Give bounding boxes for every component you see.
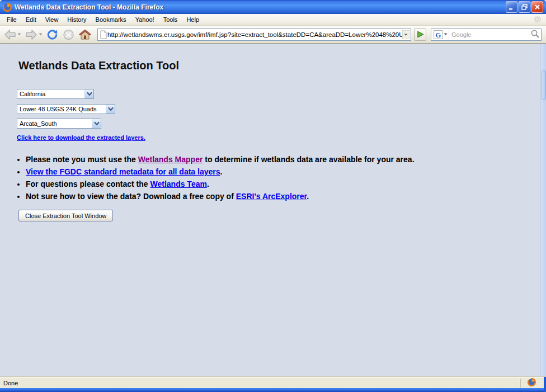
go-icon bbox=[416, 30, 425, 39]
state-select[interactable]: California bbox=[17, 89, 94, 99]
bullet-text: For questions please contact the bbox=[26, 180, 150, 188]
search-input[interactable] bbox=[449, 31, 530, 38]
svg-text:G: G bbox=[435, 30, 441, 39]
area-select-value: Lower 48 USGS 24K Quads bbox=[17, 106, 106, 112]
area-select[interactable]: Lower 48 USGS 24K Quads bbox=[17, 104, 115, 114]
url-bar[interactable] bbox=[97, 29, 411, 41]
magnifier-icon bbox=[530, 29, 540, 39]
page-content: Wetlands Data Extraction Tool California… bbox=[0, 44, 546, 377]
back-icon bbox=[3, 29, 17, 41]
restore-icon bbox=[521, 4, 528, 10]
bullet-text: Not sure how to view the data? Download … bbox=[26, 192, 236, 201]
menu-bookmarks[interactable]: Bookmarks bbox=[91, 15, 131, 24]
window-title: Wetlands Data Extraction Tool - Mozilla … bbox=[15, 3, 506, 11]
quad-select[interactable]: Arcata_South bbox=[17, 119, 101, 129]
search-engine-dropdown-icon bbox=[444, 33, 448, 36]
close-icon bbox=[534, 4, 540, 10]
state-select-value: California bbox=[17, 91, 84, 97]
url-input[interactable] bbox=[107, 31, 402, 38]
window-right-border bbox=[544, 377, 546, 392]
bullet-text: . bbox=[220, 167, 223, 176]
forward-button[interactable] bbox=[23, 27, 44, 42]
bullet-text: . bbox=[207, 180, 209, 188]
firefox-icon bbox=[528, 378, 536, 388]
menu-view[interactable]: View bbox=[41, 15, 63, 24]
go-button[interactable] bbox=[414, 29, 426, 41]
forward-dropdown-icon bbox=[39, 33, 43, 36]
firefox-icon bbox=[3, 3, 12, 12]
reload-button[interactable] bbox=[45, 27, 60, 42]
home-button[interactable] bbox=[77, 27, 93, 42]
list-item: Please note you must use the Wetlands Ma… bbox=[26, 153, 415, 166]
menu-yahoo[interactable]: Yahoo! bbox=[131, 15, 159, 24]
dropdown-arrow-icon[interactable] bbox=[92, 119, 101, 128]
dropdown-arrow-icon[interactable] bbox=[84, 89, 93, 98]
menubar: File Edit View History Bookmarks Yahoo! … bbox=[0, 14, 546, 26]
window-bottom-border bbox=[0, 388, 546, 392]
bullet-text: to determine if wetlands data are availa… bbox=[203, 155, 414, 164]
list-item: For questions please contact the Wetland… bbox=[26, 178, 415, 190]
list-item: View the FGDC standard metadata for all … bbox=[26, 166, 415, 178]
notes-list: Please note you must use the Wetlands Ma… bbox=[26, 153, 415, 202]
bullet-text: Please note you must use the bbox=[26, 155, 138, 164]
menu-tools[interactable]: Tools bbox=[159, 15, 182, 24]
arcexplorer-link[interactable]: ESRI's ArcExplorer bbox=[236, 192, 307, 201]
page-icon bbox=[100, 30, 107, 39]
close-extraction-tool-button[interactable]: Close Extraction Tool Window bbox=[18, 210, 113, 221]
wetlands-mapper-link[interactable]: Wetlands Mapper bbox=[138, 155, 203, 164]
titlebar[interactable]: Wetlands Data Extraction Tool - Mozilla … bbox=[0, 0, 546, 14]
statusbar-firefox-panel[interactable] bbox=[520, 379, 543, 388]
menu-file[interactable]: File bbox=[2, 15, 21, 24]
menu-edit[interactable]: Edit bbox=[21, 15, 41, 24]
menu-history[interactable]: History bbox=[63, 15, 91, 24]
home-icon bbox=[78, 29, 92, 41]
search-bar[interactable]: G bbox=[431, 29, 542, 41]
close-button[interactable] bbox=[531, 1, 543, 13]
list-item: Not sure how to view the data? Download … bbox=[26, 190, 415, 202]
quad-select-value: Arcata_South bbox=[17, 120, 92, 127]
back-button[interactable] bbox=[2, 27, 22, 42]
download-link[interactable]: Click here to download the extracted lay… bbox=[17, 134, 145, 141]
restore-button[interactable] bbox=[519, 1, 530, 13]
statusbar: Done bbox=[0, 377, 546, 388]
fgdc-metadata-link[interactable]: View the FGDC standard metadata for all … bbox=[26, 167, 220, 176]
wetlands-team-link[interactable]: Wetlands Team bbox=[150, 180, 207, 188]
scrollbar-thumb[interactable] bbox=[542, 70, 546, 100]
search-button[interactable] bbox=[530, 29, 540, 41]
search-engine-button[interactable]: G bbox=[432, 30, 449, 40]
navigation-toolbar: G bbox=[0, 26, 546, 44]
bullet-text: . bbox=[307, 192, 309, 201]
firefox-window: Wetlands Data Extraction Tool - Mozilla … bbox=[0, 0, 546, 392]
google-g-icon: G bbox=[434, 30, 443, 39]
dropdown-arrow-icon[interactable] bbox=[106, 105, 115, 114]
forward-icon bbox=[25, 29, 38, 41]
reload-icon bbox=[46, 29, 59, 41]
url-dropdown-icon[interactable] bbox=[402, 30, 410, 39]
vertical-scrollbar[interactable] bbox=[540, 44, 546, 377]
status-text: Done bbox=[0, 380, 520, 386]
back-dropdown-icon bbox=[17, 33, 21, 36]
page-title: Wetlands Data Extraction Tool bbox=[18, 59, 179, 72]
minimize-icon bbox=[509, 4, 515, 10]
stop-icon bbox=[62, 29, 75, 41]
window-controls bbox=[506, 1, 543, 13]
menu-help[interactable]: Help bbox=[182, 15, 204, 24]
stop-button[interactable] bbox=[61, 27, 76, 42]
minimize-button[interactable] bbox=[506, 1, 517, 13]
gear-icon bbox=[533, 15, 542, 25]
